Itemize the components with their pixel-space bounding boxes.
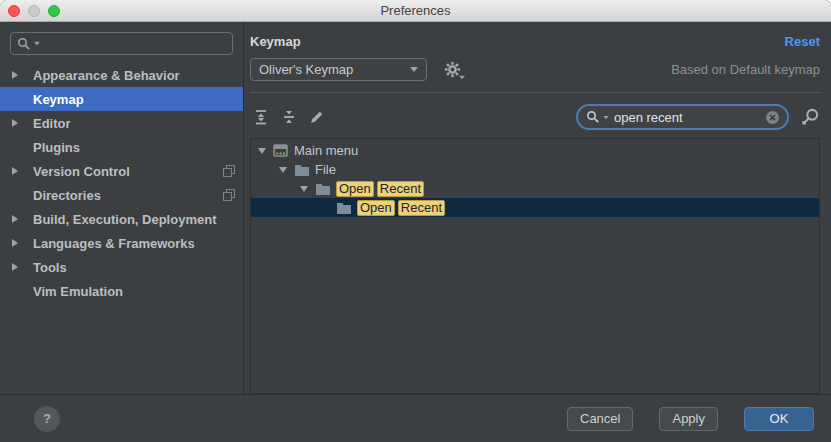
sidebar-search-box[interactable] [10, 32, 233, 55]
project-settings-icon [223, 165, 235, 177]
keymap-settings-button[interactable] [444, 61, 466, 79]
sidebar-item-tools[interactable]: Tools [0, 255, 243, 279]
collapse-all-icon[interactable] [281, 109, 297, 125]
based-on-label: Based on Default keymap [671, 62, 820, 77]
search-match-highlight: Recent [377, 181, 424, 197]
chevron-down-icon [459, 75, 465, 79]
titlebar: Preferences [0, 0, 831, 22]
search-icon [586, 110, 600, 124]
sidebar-item-build-execution-deployment[interactable]: Build, Execution, Deployment [0, 207, 243, 231]
chevron-right-icon [12, 119, 18, 127]
search-options-arrow-icon [603, 115, 608, 118]
keymap-panel: Keymap Reset Oliver's Keymap [243, 22, 831, 394]
search-match-highlight: Recent [398, 200, 445, 216]
search-match-highlight: Open [336, 181, 374, 197]
clear-search-button[interactable] [765, 110, 780, 125]
tree-row-open-recent[interactable]: Open Recent [251, 179, 819, 198]
sidebar-list: Appearance & Behavior Keymap Editor Plug… [0, 63, 243, 303]
chevron-right-icon [12, 263, 18, 271]
folder-icon [294, 162, 310, 177]
chevron-right-icon [12, 71, 18, 79]
sidebar-item-plugins[interactable]: Plugins [0, 135, 243, 159]
divider [250, 92, 820, 93]
main-menu-icon [273, 143, 289, 158]
sidebar-item-vim-emulation[interactable]: Vim Emulation [0, 279, 243, 303]
chevron-down-icon [258, 148, 266, 154]
search-match-highlight: Open [357, 200, 395, 216]
tree-row-open-recent-selected[interactable]: Open Recent [251, 198, 819, 217]
keymap-toolbar [253, 104, 820, 130]
keymap-select-value: Oliver's Keymap [259, 62, 410, 77]
ok-button[interactable]: OK [744, 407, 814, 431]
dialog-footer: ? Cancel Apply OK [0, 394, 831, 442]
tree-row-file[interactable]: File [251, 160, 819, 179]
chevron-down-icon [279, 167, 287, 173]
search-icon [17, 37, 31, 51]
project-settings-icon [223, 189, 235, 201]
page-title: Keymap [250, 34, 301, 49]
expand-all-icon[interactable] [253, 109, 269, 125]
folder-icon [336, 200, 352, 215]
action-search-field[interactable] [576, 104, 789, 130]
chevron-down-icon [300, 186, 308, 192]
chevron-right-icon [12, 167, 18, 175]
sidebar-item-editor[interactable]: Editor [0, 111, 243, 135]
close-icon [765, 110, 780, 125]
settings-sidebar: Appearance & Behavior Keymap Editor Plug… [0, 22, 243, 394]
search-options-arrow-icon [34, 42, 40, 46]
action-search-input[interactable] [612, 110, 763, 125]
keymap-select[interactable]: Oliver's Keymap [250, 58, 427, 81]
find-by-shortcut-icon[interactable] [800, 107, 820, 127]
sidebar-search-input[interactable] [43, 36, 226, 51]
cancel-button[interactable]: Cancel [567, 407, 633, 431]
sidebar-item-keymap[interactable]: Keymap [0, 87, 243, 111]
tree-node-label: Main menu [294, 143, 358, 158]
reset-link[interactable]: Reset [785, 34, 820, 49]
sidebar-item-languages-frameworks[interactable]: Languages & Frameworks [0, 231, 243, 255]
chevron-right-icon [12, 215, 18, 223]
sidebar-item-appearance-behavior[interactable]: Appearance & Behavior [0, 63, 243, 87]
tree-row-main-menu[interactable]: Main menu [251, 141, 819, 160]
edit-icon[interactable] [309, 109, 325, 125]
preferences-window: Preferences Appearance & Behavior [0, 0, 831, 442]
tree-node-label: File [315, 162, 336, 177]
window-title: Preferences [0, 3, 831, 18]
folder-icon [315, 181, 331, 196]
chevron-down-icon [410, 67, 418, 72]
chevron-right-icon [12, 239, 18, 247]
sidebar-item-version-control[interactable]: Version Control [0, 159, 243, 183]
sidebar-item-directories[interactable]: Directories [0, 183, 243, 207]
apply-button[interactable]: Apply [659, 407, 718, 431]
help-button[interactable]: ? [34, 406, 60, 432]
keymap-tree: Main menu File [250, 138, 820, 394]
